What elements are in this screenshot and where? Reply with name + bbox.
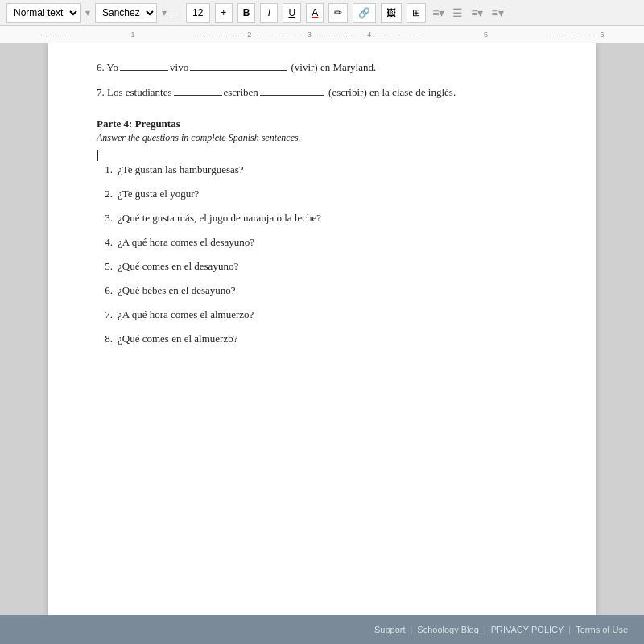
question-7: 7. ¿A qué hora comes el almuerzo? (97, 308, 547, 321)
font-size-plus-button[interactable]: + (215, 3, 233, 23)
question-1: 1. ¿Te gustan las hamburguesas? (97, 163, 547, 176)
font-color-button[interactable]: A (306, 3, 324, 23)
cursor-row (97, 154, 547, 157)
ruler: · · · · · 1 · · · · · · · 2 · · · · · · … (0, 26, 644, 43)
font-dropdown[interactable]: Sanchez (95, 3, 157, 23)
document-body[interactable]: 6. Yovivo (vivir) en Maryland. 7. Los es… (48, 43, 596, 615)
item-7-blank1 (174, 95, 222, 96)
q7-text: ¿A qué hora comes el almuerzo? (118, 308, 254, 321)
footer-support-link[interactable]: Support (374, 625, 406, 634)
q6-num: 6. (97, 284, 113, 297)
parte4-instruction: Answer the questions in complete Spanish… (97, 132, 301, 144)
q5-num: 5. (97, 260, 113, 273)
question-3: 3. ¿Qué te gusta más, el jugo de naranja… (97, 212, 547, 225)
q7-num: 7. (97, 308, 113, 321)
toolbar: Normal text ▾ Sanchez ▾ – + B I U A ✏ 🔗 … (0, 0, 644, 26)
footer: Support | Schoology Blog | PRIVACY POLIC… (0, 615, 644, 644)
font-size-input[interactable] (186, 3, 210, 23)
toolbar-div-3: ≡▾ (471, 6, 483, 19)
footer-sep-1: | (410, 625, 412, 634)
text-cursor (97, 150, 98, 161)
item-7-blank2 (260, 95, 324, 96)
item-7-line: 7. Los estudiantesescriben (escribir) en… (97, 85, 547, 101)
footer-terms-link[interactable]: Terms of Use (576, 625, 628, 634)
toolbar-separator-2: ▾ (162, 7, 167, 19)
item-7-suffix: (escribir) en la clase de inglés. (326, 86, 456, 98)
footer-privacy-link[interactable]: PRIVACY POLICY (491, 625, 564, 634)
question-8: 8. ¿Qué comes en el almuerzo? (97, 332, 547, 345)
ruler-marks: · · · · · 1 · · · · · · · 2 · · · · · · … (8, 31, 636, 39)
underline-button[interactable]: U (283, 3, 301, 23)
footer-blog-link[interactable]: Schoology Blog (417, 625, 478, 634)
parte4-instruction-line: Answer the questions in complete Spanish… (97, 132, 547, 154)
q4-num: 4. (97, 236, 113, 249)
footer-sep-2: | (484, 625, 486, 634)
q1-num: 1. (97, 163, 113, 176)
question-2: 2. ¿Te gusta el yogur? (97, 188, 547, 200)
toolbar-separator-1: ▾ (85, 7, 90, 19)
toolbar-div-1: ≡▾ (432, 6, 444, 19)
italic-button[interactable]: I (260, 3, 278, 23)
toolbar-div-2: ☰ (452, 6, 463, 19)
question-5: 5. ¿Qué comes en el desayuno? (97, 260, 547, 273)
table-button[interactable]: ⊞ (407, 3, 426, 23)
item-6-blank1 (120, 70, 168, 71)
bold-button[interactable]: B (237, 3, 256, 23)
q2-text: ¿Te gusta el yogur? (118, 188, 199, 200)
style-dropdown[interactable]: Normal text (6, 3, 80, 23)
footer-sep-3: | (568, 625, 571, 634)
toolbar-div-4: ≡▾ (492, 6, 504, 19)
questions-list: 1. ¿Te gustan las hamburguesas? 2. ¿Te g… (97, 163, 547, 345)
q6-text: ¿Qué bebes en el desayuno? (118, 284, 236, 297)
item-6-prefix: 6. Yo (97, 61, 118, 73)
item-6-line: 6. Yovivo (vivir) en Maryland. (97, 60, 547, 76)
q4-text: ¿A qué hora comes el desayuno? (118, 236, 254, 249)
q2-num: 2. (97, 188, 113, 200)
image-button[interactable]: 🖼 (381, 3, 402, 23)
q5-text: ¿Qué comes en el desayuno? (118, 260, 238, 273)
item-7-mid: escriben (224, 86, 258, 98)
item-6-blank2 (190, 70, 287, 71)
q1-text: ¿Te gustan las hamburguesas? (118, 163, 244, 176)
q3-text: ¿Qué te gusta más, el jugo de naranja o … (118, 212, 321, 225)
highlight-button[interactable]: ✏ (328, 3, 348, 23)
item-6-suffix: (vivir) en Maryland. (288, 61, 376, 73)
q8-num: 8. (97, 332, 113, 345)
parte4-heading: Parte 4: Preguntas (97, 118, 547, 130)
toolbar-dash: – (173, 6, 180, 19)
item-7-prefix: 7. Los estudiantes (97, 86, 172, 98)
link-button[interactable]: 🔗 (353, 3, 376, 23)
q3-num: 3. (97, 212, 113, 225)
q8-text: ¿Qué comes en el almuerzo? (118, 332, 237, 345)
question-6: 6. ¿Qué bebes en el desayuno? (97, 284, 547, 297)
item-6-mid: vivo (170, 61, 188, 73)
document-wrapper: 6. Yovivo (vivir) en Maryland. 7. Los es… (0, 43, 644, 615)
question-4: 4. ¿A qué hora comes el desayuno? (97, 236, 547, 249)
